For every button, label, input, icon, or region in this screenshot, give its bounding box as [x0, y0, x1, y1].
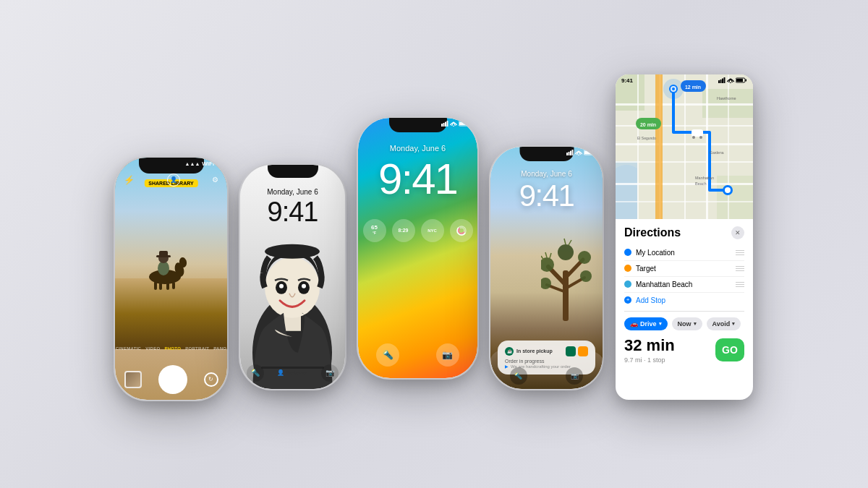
lockscreen-bottom-3: 🔦 📷 [358, 343, 477, 367]
lockscreen-time-3: 9:41 [358, 154, 477, 204]
svg-rect-91 [722, 79, 723, 84]
svg-rect-10 [159, 251, 168, 257]
go-button[interactable]: GO [715, 338, 744, 361]
torch-button[interactable]: 🔦 [247, 364, 264, 382]
svg-rect-3 [166, 281, 169, 290]
route-distance: 9.7 mi · 1 stop [624, 356, 675, 364]
phones-container: ⚡ ▲▲▲ WiFi □ SHARED LIBRARY ⚡ 👤 ⚙ CINEMA… [115, 74, 753, 414]
avoid-button[interactable]: Avoid ▾ [707, 317, 741, 330]
drag-handle-3[interactable] [736, 282, 744, 287]
svg-text:Manhattan: Manhattan [695, 176, 714, 180]
lockscreen-time-4: 9:41 [490, 179, 603, 213]
svg-line-44 [564, 239, 566, 244]
status-time: ⚡ [122, 160, 129, 167]
camera-bottom-controls: ↻ [115, 367, 227, 393]
svg-point-37 [578, 251, 591, 264]
svg-rect-19 [441, 124, 443, 127]
svg-point-40 [558, 244, 574, 260]
car-icon: 🚗 [630, 320, 638, 328]
plus-icon: + [624, 296, 631, 304]
map-view[interactable]: 12 min 20 min Hawthorne El Segundo Garde… [616, 74, 753, 219]
lockscreen-date: Monday, June 6 [240, 188, 345, 196]
add-stop-text: Add Stop [636, 296, 665, 304]
route-time: 32 min [624, 336, 675, 355]
svg-rect-2 [159, 282, 162, 290]
torch-button-3[interactable]: 🔦 [376, 343, 399, 367]
route-stop-location: My Location [624, 245, 744, 261]
directions-title: Directions [624, 226, 681, 239]
flash-icon[interactable]: ⚡ [124, 175, 135, 185]
mode-video[interactable]: VIDEO [145, 346, 160, 351]
lockscreen-bottom-4: 🔦 📷 [490, 367, 603, 385]
now-chevron: ▾ [694, 321, 697, 327]
photo-thumbnail[interactable] [124, 371, 142, 388]
route-stop-manhattan: Manhattan Beach [624, 277, 744, 293]
mode-photo[interactable]: PHOTO [164, 346, 181, 351]
svg-text:Beach: Beach [695, 181, 707, 186]
svg-rect-65 [637, 74, 639, 219]
svg-point-93 [730, 82, 731, 83]
notif-store-label: In store pickup [516, 348, 563, 354]
maps-panel: 12 min 20 min Hawthorne El Segundo Garde… [616, 74, 753, 400]
svg-rect-4 [172, 282, 175, 289]
notif-order-text: Order in progress [505, 359, 588, 364]
svg-rect-89 [718, 80, 720, 83]
joshua-tree [541, 227, 592, 324]
svg-point-14 [265, 244, 320, 259]
camera-button-4[interactable]: 📷 [566, 367, 583, 385]
route-stop-target: Target [624, 261, 744, 277]
route-info: 32 min 9.7 mi · 1 stop [624, 336, 675, 364]
svg-text:20 min: 20 min [640, 122, 656, 127]
svg-text:Gardena: Gardena [710, 150, 724, 155]
lockscreen-date-4: Monday, June 6 [490, 170, 603, 178]
avoid-chevron: ▾ [732, 321, 735, 327]
lockscreen-time: 9:41 [240, 197, 345, 228]
drag-handle-2[interactable] [736, 266, 744, 271]
phone-lockscreen-bw: Monday, June 6 9:41 🔦 👤 Personal 📷 [240, 165, 345, 389]
status-icons: ▲▲▲ WiFi □ [185, 160, 220, 167]
svg-text:El Segundo: El Segundo [637, 136, 656, 140]
shutter-button[interactable] [160, 367, 186, 393]
starbucks-icon: ☕ [505, 347, 514, 356]
camera-button[interactable]: 📷 [321, 364, 339, 382]
drive-button[interactable]: 🚗 Drive ▾ [624, 317, 668, 330]
drive-chevron: ▾ [659, 321, 662, 327]
directions-panel: Directions ✕ My Location Target [616, 219, 753, 371]
people-icon[interactable]: 👤 [167, 174, 180, 187]
svg-point-13 [265, 257, 320, 318]
torch-button-4[interactable]: 🔦 [510, 367, 527, 385]
svg-rect-49 [572, 150, 574, 155]
svg-rect-52 [594, 151, 595, 153]
svg-rect-92 [724, 77, 726, 83]
my-location-text: My Location [636, 249, 731, 257]
notch [268, 165, 318, 178]
mode-pano[interactable]: PANO [213, 346, 226, 351]
status-icons-4 [566, 150, 595, 155]
drag-handle[interactable] [736, 250, 744, 255]
svg-rect-46 [566, 153, 568, 155]
svg-point-18 [302, 284, 306, 288]
add-stop-row[interactable]: + Add Stop [624, 293, 744, 308]
time-widget: 8:29 [392, 219, 415, 242]
target-dot [624, 265, 631, 272]
mode-cinematic[interactable]: CINEMATIC [116, 346, 142, 351]
svg-rect-78 [692, 129, 703, 137]
svg-text:12 min: 12 min [685, 85, 701, 90]
starbucks-app-icon [566, 346, 576, 356]
svg-rect-26 [459, 122, 466, 125]
close-button[interactable]: ✕ [731, 226, 744, 239]
location-widget: NYC [421, 219, 444, 242]
camera-top-controls: ⚡ 👤 ⚙ [124, 174, 218, 187]
svg-rect-1 [154, 281, 157, 290]
phone-camera: ⚡ ▲▲▲ WiFi □ SHARED LIBRARY ⚡ 👤 ⚙ CINEMA… [115, 158, 227, 400]
svg-point-17 [279, 284, 284, 288]
svg-rect-57 [717, 176, 753, 219]
camera-mode-bar: CINEMATIC VIDEO PHOTO PORTRAIT PANO [115, 346, 227, 351]
svg-rect-53 [584, 151, 591, 154]
mode-portrait[interactable]: PORTRAIT [185, 346, 209, 351]
svg-rect-22 [447, 121, 448, 127]
now-button[interactable]: Now ▾ [672, 317, 702, 330]
camera-button-3[interactable]: 📷 [436, 343, 459, 367]
flip-camera-icon[interactable]: ↻ [204, 372, 218, 387]
settings-icon[interactable]: ⚙ [212, 176, 218, 184]
